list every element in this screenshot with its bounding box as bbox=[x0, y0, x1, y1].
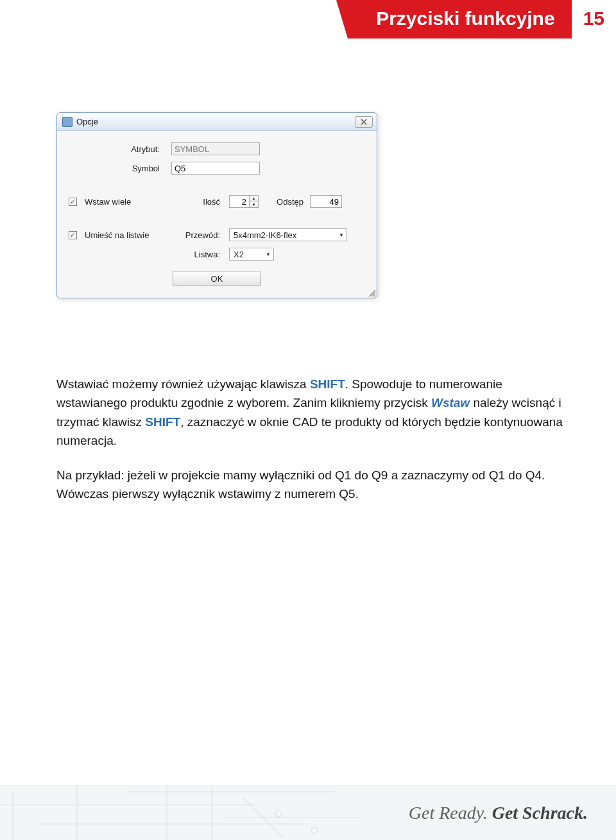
atrybut-label: Atrybut: bbox=[69, 144, 171, 154]
chevron-down-icon: ▼ bbox=[336, 232, 346, 238]
dialog-title: Opcje bbox=[76, 117, 98, 126]
footer-part1: Get Ready. bbox=[409, 803, 492, 823]
dialog-titlebar: Opcje bbox=[57, 113, 377, 131]
przewod-label: Przewód: bbox=[171, 230, 229, 240]
listwa-value: X2 bbox=[230, 250, 263, 259]
close-button[interactable] bbox=[355, 116, 373, 128]
paragraph-1: Wstawiać możemy również używając klawisz… bbox=[56, 375, 563, 450]
spin-up-icon[interactable]: ▲ bbox=[250, 196, 258, 202]
przewod-value: 5x4mm2-IK6-flex bbox=[230, 230, 336, 240]
svg-point-12 bbox=[311, 827, 318, 834]
dialog-body: Atrybut: Symbol Wstaw wiele Ilość ▲ ▼ Od… bbox=[57, 131, 377, 298]
paragraph-2: Na przykład: jeżeli w projekcie mamy wył… bbox=[56, 466, 563, 504]
symbol-input[interactable] bbox=[171, 162, 260, 175]
svg-point-11 bbox=[275, 810, 282, 817]
ok-button[interactable]: OK bbox=[173, 271, 261, 286]
resize-grip-icon[interactable] bbox=[366, 287, 375, 296]
ok-label: OK bbox=[211, 274, 223, 284]
atrybut-input[interactable] bbox=[171, 142, 260, 155]
ilosc-label: Ilość bbox=[171, 197, 229, 207]
odstep-input[interactable] bbox=[310, 195, 342, 208]
shift-emphasis: SHIFT bbox=[310, 377, 345, 391]
app-icon bbox=[62, 117, 73, 127]
section-title-tab: Przyciski funkcyjne bbox=[348, 0, 571, 39]
listwa-label: Listwa: bbox=[171, 250, 229, 259]
body-text: Wstawiać możemy również używając klawisz… bbox=[56, 375, 563, 504]
ilosc-input[interactable] bbox=[230, 196, 249, 207]
przewod-combobox[interactable]: 5x4mm2-IK6-flex ▼ bbox=[229, 228, 347, 241]
listwa-combobox[interactable]: X2 ▼ bbox=[229, 248, 274, 261]
page-header: Przyciski funkcyjne 15 bbox=[348, 0, 616, 39]
close-icon bbox=[361, 119, 367, 125]
ilosc-spinner[interactable]: ▲ ▼ bbox=[229, 195, 259, 208]
umiesc-checkbox[interactable] bbox=[69, 231, 77, 239]
wstaw-emphasis: Wstaw bbox=[431, 396, 470, 409]
page-footer: Get Ready. Get Schrack. bbox=[0, 785, 616, 840]
umiesc-label: Umieść na listwie bbox=[85, 230, 149, 240]
footer-tagline: Get Ready. Get Schrack. bbox=[409, 803, 588, 823]
footer-decoration bbox=[0, 785, 359, 840]
footer-part2: Get Schrack. bbox=[492, 803, 588, 823]
shift-emphasis-2: SHIFT bbox=[145, 415, 180, 429]
odstep-label: Odstęp bbox=[265, 197, 310, 207]
wstaw-wiele-checkbox[interactable] bbox=[69, 198, 77, 206]
symbol-label: Symbol bbox=[69, 164, 171, 173]
spin-down-icon[interactable]: ▼ bbox=[250, 202, 258, 208]
spinner-buttons[interactable]: ▲ ▼ bbox=[249, 196, 258, 207]
chevron-down-icon: ▼ bbox=[263, 252, 273, 257]
page-number: 15 bbox=[572, 0, 616, 39]
options-dialog: Opcje Atrybut: Symbol Wstaw wiele Ilość bbox=[56, 112, 377, 298]
wstaw-wiele-label: Wstaw wiele bbox=[85, 197, 131, 207]
section-title: Przyciski funkcyjne bbox=[376, 8, 554, 29]
